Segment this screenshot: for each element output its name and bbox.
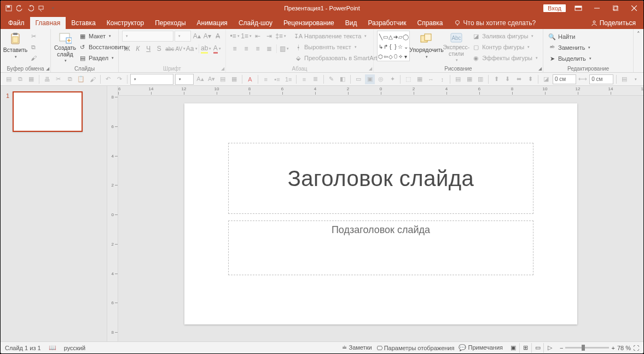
share-button[interactable]: Поделиться [585,17,641,29]
shape-brace2-icon[interactable]: } [393,42,398,51]
tab-insert[interactable]: Вставка [66,17,101,29]
thumbnail-1[interactable]: 1 [4,91,103,132]
start-from-beginning-icon[interactable] [38,4,45,12]
clear-format-icon[interactable]: A̶ [213,31,222,42]
qat-btn[interactable]: ▦ [27,74,37,84]
shapes-gallery[interactable]: ╲▭△➔▱◯ ↳↱{}☆⌄ ⬡⇦◇⬯✧▾ [377,31,410,61]
font-size-combo[interactable] [175,31,191,42]
qat-btn[interactable]: ▦ [229,74,239,84]
shape-outline-button[interactable]: ▢Контур фигуры [471,42,539,52]
find-button[interactable]: 🔍Найти [547,32,630,42]
qat-btn[interactable]: 🖌 [88,74,97,84]
columns-icon[interactable]: ▥ [279,43,289,54]
shape-elbow-icon[interactable]: ↳ [378,42,383,51]
height-box[interactable]: 0 см [553,74,576,84]
font-color-button[interactable]: A [212,43,222,54]
zoom-control[interactable]: − + 78 % ⛶ [560,345,639,351]
shape-line2-icon[interactable]: ▱ [398,32,403,42]
shape-line-icon[interactable]: ╲ [378,32,383,42]
spellcheck-icon[interactable]: 📖 [49,344,56,351]
undo-icon[interactable] [16,4,24,12]
arrange-button[interactable]: Упорядочить [411,31,442,62]
shape-rect2-icon[interactable]: △ [388,32,393,42]
notes-button[interactable]: ≐ Заметки [342,344,372,351]
shape-callout-icon[interactable]: ◇ [388,51,393,61]
shape-arrowL-icon[interactable]: ⇦ [383,51,388,61]
qat-btn[interactable]: ▤ [619,74,629,84]
tell-me-search[interactable]: Что вы хотите сделать? [449,17,542,29]
ribbon-options-icon[interactable] [569,1,588,16]
tab-slideshow[interactable]: Слайд-шоу [233,17,278,29]
font-family-combo[interactable] [122,31,173,42]
qat-btn[interactable]: ⧉ [15,74,25,84]
dialog-launcher-icon[interactable]: ◢ [46,66,49,71]
qat-btn[interactable]: ▤ [453,74,463,84]
bold-button[interactable]: Ж [122,43,132,54]
select-button[interactable]: ➤Выделить [547,54,630,63]
qat-btn[interactable]: ▤ [218,74,228,84]
numbering-button[interactable]: 1≡ [241,31,252,42]
qat-btn[interactable]: 📋 [76,74,86,84]
shape-more-icon[interactable]: ⌄ [403,42,409,51]
signin-button[interactable]: Вход [543,4,566,12]
qat-btn[interactable]: ▦ [415,74,425,84]
title-placeholder[interactable]: Заголовок слайда [228,143,533,214]
strike-button[interactable]: abc [165,43,175,54]
grow-font-icon[interactable]: A▴ [192,31,201,42]
qat-btn[interactable]: ≡ [261,74,271,84]
slideshow-view-icon[interactable]: ▷ [543,343,555,353]
shrink-font-icon[interactable]: A▾ [202,31,212,42]
highlight-button[interactable]: ab [201,43,211,54]
normal-view-icon[interactable]: ▣ [507,343,519,353]
qat-btn[interactable]: 1≡ [283,74,293,84]
copy-button[interactable]: ⧉ [28,42,39,52]
qat-btn[interactable]: ↔ [426,74,436,84]
char-spacing-button[interactable]: AV [176,43,186,54]
tab-file[interactable]: Файл [3,17,30,29]
qat-btn[interactable]: ⬆ [491,74,501,84]
qat-btn[interactable]: ▦ [465,74,474,84]
shape-oval-icon[interactable]: ◯ [403,32,409,42]
change-case-button[interactable]: Aa [186,43,197,54]
minimize-icon[interactable] [588,1,606,16]
new-slide-button[interactable]: Создать слайд [54,31,76,62]
qat-btn[interactable]: ◪ [541,74,551,84]
quick-styles-button[interactable]: Abc Экспресс- стили [443,31,469,62]
dialog-launcher-icon[interactable]: ◢ [221,66,224,71]
justify-icon[interactable]: ≣ [264,43,275,54]
qat-btn[interactable]: ◧ [338,74,347,84]
zoom-out-icon[interactable]: − [560,345,563,351]
close-icon[interactable] [625,1,643,16]
tab-help[interactable]: Справка [411,17,448,29]
qat-fontcolor[interactable]: A [245,74,255,84]
shape-cloud-icon[interactable]: ⬯ [393,51,398,61]
zoom-value[interactable]: 78 % [617,345,631,351]
qat-btn[interactable]: ↶ [103,74,113,84]
zoom-in-icon[interactable]: + [611,345,614,351]
smartart-button[interactable]: ⬙Преобразовать в SmartArt [293,53,384,63]
width-box[interactable]: 0 см [589,74,613,84]
italic-button[interactable]: К [133,43,143,54]
text-shadow-button[interactable]: S [154,43,165,54]
shape-hex-icon[interactable]: ⬡ [378,51,383,61]
gallery-expand-icon[interactable]: ▾ [403,51,409,61]
qat-btn[interactable]: A▴ [195,74,205,84]
qat-btn[interactable]: ◎ [376,74,386,84]
shape-tri-icon[interactable]: ✧ [398,51,403,61]
qat-btn[interactable]: •≡ [272,74,282,84]
qat-btn[interactable]: ≡ [299,74,309,84]
decrease-indent-icon[interactable]: ⇤ [252,31,263,42]
display-settings-button[interactable]: 🖵 Параметры отображения [376,345,455,351]
tab-design[interactable]: Конструктор [101,17,149,29]
slide-counter[interactable]: Слайд 1 из 1 [5,345,41,351]
shape-brace-icon[interactable]: { [388,42,393,51]
slide-thumbnail-panel[interactable]: 1 [1,86,107,341]
qat-btn[interactable]: A▾ [207,74,217,84]
shape-elbow2-icon[interactable]: ↱ [383,42,388,51]
dialog-launcher-icon[interactable]: ◢ [369,66,372,71]
slide-canvas[interactable]: Заголовок слайда Подзаголовок слайда [118,96,643,341]
fit-to-window-icon[interactable]: ⛶ [633,345,639,351]
align-left-icon[interactable]: ≡ [229,43,240,54]
tab-review[interactable]: Рецензирование [278,17,340,29]
qat-customize-icon[interactable] [49,4,56,12]
